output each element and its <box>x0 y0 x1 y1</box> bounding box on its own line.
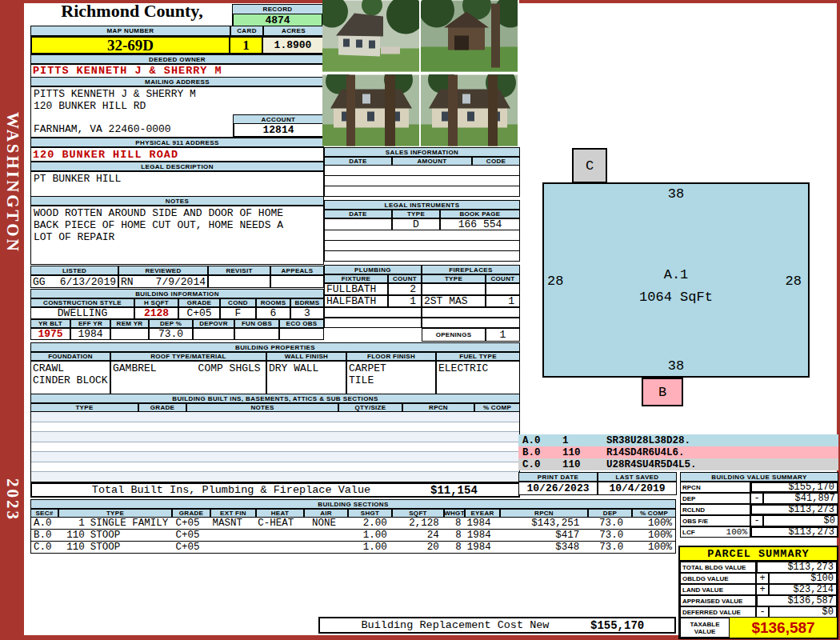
sales-code-header: CODE <box>472 157 520 166</box>
rcn-label: Building Replacement Cost New <box>320 619 590 631</box>
building-information-title: BUILDING INFORMATION <box>30 289 324 298</box>
physical-address-value: 120 BUNKER HILL ROAD <box>30 147 324 162</box>
sec-header: SEC# <box>30 509 58 518</box>
shgt-header: SHGT <box>348 509 392 518</box>
construction-style-header: CONSTRUCTION STYLE <box>30 298 134 307</box>
sketch-code-sec: A.0 <box>518 435 562 446</box>
notes-label: NOTES <box>30 196 324 206</box>
builtins-grade-header: GRADE <box>138 403 186 412</box>
parcel-value: $100 <box>769 573 837 584</box>
instruments-empty-row <box>324 241 520 251</box>
roof-material-value: COMP SHGLS <box>198 362 261 374</box>
yrblt-value: 1975 <box>30 328 70 340</box>
section-name: SINGLE FAMILY <box>85 518 173 529</box>
section-eyear: 1984 <box>465 518 500 529</box>
legal-instruments-title: LEGAL INSTRUMENTS <box>324 200 520 210</box>
instruments-date-header: DATE <box>324 210 392 218</box>
sales-empty-row <box>324 186 520 197</box>
type-header: TYPE <box>58 509 172 518</box>
card-label: CARD <box>230 26 263 36</box>
builtins-empty-row <box>31 432 519 442</box>
parcel-op: + <box>756 584 769 595</box>
foundation-value-1: CRAWL <box>33 362 108 374</box>
bvs-lcf-pct: 100% <box>726 527 747 537</box>
parcel-value: $0 <box>769 606 837 618</box>
bvs-value: $113,273 <box>750 526 838 538</box>
print-date-value: 10/26/2023 <box>518 482 598 495</box>
account-label: ACCOUNT <box>233 114 324 124</box>
sketch-area-sqft: 1064 SqFt <box>544 290 808 305</box>
sketch-area-label: A.1 <box>544 267 808 282</box>
parcel-label: TOTAL BLDG VALUE <box>680 562 756 573</box>
year-vertical-label: 2023 <box>2 478 22 522</box>
bvs-op: - <box>750 493 763 504</box>
remyr-value <box>110 328 149 340</box>
plumbing-fixture-2: HALFBATH <box>324 295 388 307</box>
floor-finish-value-1: CARPET <box>349 362 386 374</box>
district-vertical-label: WASHINGTON <box>2 112 22 254</box>
bvs-label: OBS F/E <box>680 515 750 526</box>
section-sec: C.0 <box>31 542 59 553</box>
sketch-dim-bottom: 38 <box>544 358 808 374</box>
sales-information-title: SALES INFORMATION <box>324 147 520 157</box>
section-name: STOOP <box>85 542 173 553</box>
section-heat <box>256 542 304 553</box>
sketch-code-path: U28R4SU4R5D4L5. <box>606 459 697 470</box>
builtins-total-row: Total Built Ins, Plumbing & Fireplace Va… <box>30 482 520 498</box>
deeded-owner-label: DEEDED OWNER <box>30 54 324 64</box>
plumbing-count-header: COUNT <box>388 274 422 283</box>
map-number-label: MAP NUMBER <box>30 26 230 36</box>
bvs-value: $0 <box>763 515 838 526</box>
card-value: 1 <box>230 36 263 54</box>
parcel-op: + <box>756 573 769 584</box>
grade-header: GRADE <box>178 298 220 307</box>
section-num: 1 <box>59 518 85 529</box>
builtins-empty-row <box>31 422 519 433</box>
appeals-value <box>270 275 324 288</box>
bvs-row-rclnd: RCLND $113,273 <box>680 504 838 515</box>
section-extfin: MASNT <box>210 518 256 529</box>
revisit-value <box>208 275 270 288</box>
parcel-row-land: LAND VALUE + $23,214 <box>680 584 837 595</box>
instrument-type: D <box>392 218 440 230</box>
fireplace-count-1 <box>486 283 520 295</box>
remyr-header: REM YR <box>110 319 149 328</box>
ecoobs-header: ECO OBS <box>279 319 324 328</box>
building-value-summary-title: BUILDING VALUE SUMMARY <box>680 472 838 482</box>
appeals-header: APPEALS <box>270 266 324 275</box>
rcn-row: Building Replacement Cost New $155,170 <box>318 617 676 634</box>
building-properties-title: BUILDING PROPERTIES <box>30 342 520 352</box>
parcel-op: - <box>756 606 769 618</box>
section-extfin <box>210 530 256 541</box>
effyr-value: 1984 <box>70 328 110 340</box>
plumbing-count-1: 2 <box>388 283 422 295</box>
section-extfin <box>210 542 256 553</box>
sketch-section-c-box: C <box>572 148 607 183</box>
instruments-empty-row <box>324 230 520 241</box>
parcel-row-obldg: OBLDG VALUE + $100 <box>680 573 837 584</box>
building-sketch: C 38 A.1 1064 SqFt 28 28 38 B <box>520 148 840 433</box>
builtins-empty-row <box>31 472 519 482</box>
fireplace-count-2: 1 <box>486 295 520 307</box>
legal-description-label: LEGAL DESCRIPTION <box>30 162 324 171</box>
sketch-code-sec: B.0 <box>518 447 562 458</box>
yrblt-header: YR BLT <box>30 319 70 328</box>
fireplace-count-header: COUNT <box>486 274 520 283</box>
section-heat <box>256 530 304 541</box>
parcel-row-totalbldg: TOTAL BLDG VALUE $113,273 <box>680 562 837 573</box>
section-whgt: 8 <box>444 518 465 529</box>
section-sqft: 20 <box>392 542 444 553</box>
dep-pct-header: DEP % <box>149 319 193 328</box>
reviewed-date: 7/9/2014 <box>156 276 206 288</box>
parcel-value: $113,273 <box>756 562 837 573</box>
section-sqft: 2,128 <box>392 518 444 529</box>
listed-value: GG 6/13/2019 <box>30 275 118 288</box>
parcel-row-deferred: DEFERRED VALUE - $0 <box>680 606 837 618</box>
instruments-type-header: TYPE <box>392 210 440 218</box>
bvs-row-lcf: LCF 100% $113,273 <box>680 526 838 538</box>
bvs-row-rpcn: RPCN $155,170 <box>680 482 838 493</box>
hsqft-value: 2128 <box>134 307 178 319</box>
notes-line-3: LOT OF REPAIR <box>34 231 323 243</box>
section-air <box>304 530 348 541</box>
wall-finish-header: WALL FINISH <box>266 352 346 361</box>
